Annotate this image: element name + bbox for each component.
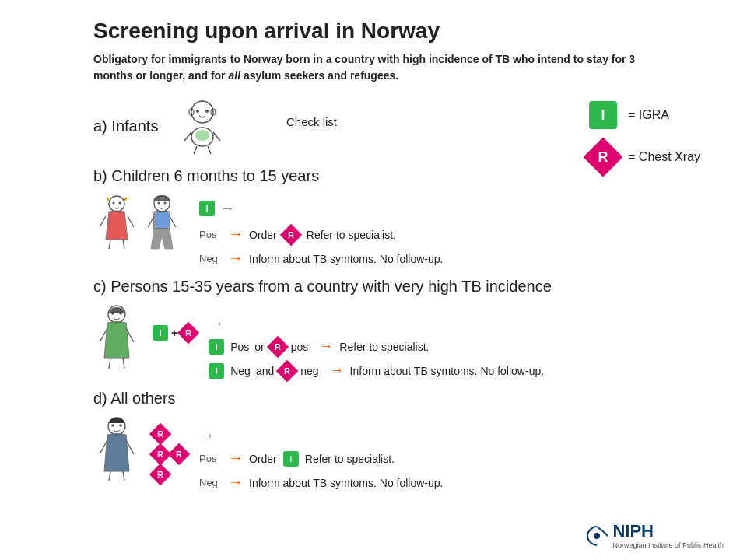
section-b-flow: I → Pos → Order R Refer to specialist. N… [199, 199, 444, 267]
svg-line-17 [123, 240, 124, 249]
c-neg-action: Inform about TB symtoms. No follow-up. [350, 365, 545, 377]
igra-inline-c2: I [209, 339, 224, 355]
d-pos-action: Order [249, 453, 277, 465]
svg-point-19 [158, 202, 160, 205]
svg-line-9 [194, 146, 197, 154]
c-badges: I + R [153, 325, 196, 341]
svg-line-23 [148, 216, 154, 227]
r-badge-c2: R [267, 335, 289, 357]
checklist-label: Check list [286, 115, 337, 128]
person-c-figure [93, 303, 140, 373]
c-and: and [256, 365, 274, 377]
igra-inline-b: I [199, 201, 215, 216]
c-neg-arrow: → [330, 362, 344, 379]
b-pos-label: Pos [199, 229, 223, 240]
svg-point-34 [119, 424, 122, 427]
svg-point-12 [113, 202, 115, 205]
svg-point-13 [119, 202, 121, 205]
svg-line-31 [123, 358, 124, 369]
svg-line-8 [213, 132, 220, 141]
igra-badge: I [589, 101, 617, 129]
b-pos-action: Order [249, 229, 277, 241]
svg-line-15 [128, 216, 134, 227]
section-c: c) Persons 15-35 years from a country wi… [93, 278, 716, 379]
section-c-flow: → I Pos or R pos → Refer to specialist. … [209, 314, 544, 379]
igra-inline-c: I [153, 325, 168, 341]
legend: I = IGRA R = Chest Xray [589, 101, 700, 171]
d-neg-label: Neg [199, 477, 223, 488]
c-pos-label: Pos [230, 341, 249, 353]
d-pos-result: Refer to specialist. [305, 453, 395, 465]
igra-inline-c3: I [209, 363, 224, 379]
svg-line-16 [109, 240, 110, 249]
c-pos-arrow: → [319, 338, 333, 355]
b-neg-line: Neg → Inform about TB symtoms. No follow… [199, 250, 444, 267]
r-badge-b-pos: R [280, 223, 302, 245]
d-pos-arrow: → [229, 450, 243, 467]
c-branch-arrow: → [209, 314, 544, 332]
c-neg-r: neg [300, 365, 318, 377]
svg-line-30 [109, 358, 110, 369]
svg-point-33 [111, 424, 114, 427]
svg-line-38 [123, 471, 124, 481]
d-pos-line: Pos → Order I Refer to specialist. [199, 450, 444, 467]
xray-badge: R [584, 138, 623, 177]
svg-point-39 [594, 533, 600, 539]
legend-igra: I = IGRA [589, 101, 700, 129]
r-badge-d3: R [168, 443, 190, 465]
subtitle: Obligatory for immigrants to Norway born… [93, 51, 669, 84]
d-pos-label: Pos [199, 453, 223, 464]
checklist-area: Check list [286, 115, 337, 128]
xray-label: = Chest Xray [628, 150, 700, 164]
b-neg-label: Neg [199, 253, 223, 264]
r-badge-c3: R [276, 359, 298, 381]
igra-inline-d: I [283, 451, 299, 467]
section-d: d) All others R [93, 390, 716, 491]
subtitle-text2: asylum seekers and refugees. [240, 69, 398, 82]
b-neg-arrow: → [229, 250, 243, 267]
r-badge-d4: R [149, 464, 171, 485]
section-d-flow: → Pos → Order I Refer to specialist. Neg… [199, 426, 444, 491]
children-figure [93, 193, 187, 255]
svg-line-37 [109, 471, 110, 481]
c-pos-action: Refer to specialist. [339, 341, 429, 353]
c-pos-r: pos [291, 341, 309, 353]
svg-line-10 [208, 146, 211, 154]
b-neg-action: Inform about TB symtoms. No follow-up. [249, 253, 444, 265]
r-badge-c: R [177, 322, 199, 344]
svg-point-6 [195, 130, 209, 141]
c-neg-label: Neg [230, 365, 251, 377]
page-title: Screening upon arrival in Norway [93, 19, 716, 44]
b-pos-arrow: → [229, 226, 243, 243]
subtitle-em: all [228, 69, 240, 82]
section-d-title: d) All others [93, 390, 716, 408]
niph-logo: NIPH Norwegian Institute of Public Healt… [586, 521, 724, 551]
svg-point-1 [196, 110, 199, 113]
niph-icon [586, 525, 608, 547]
c-or: or [254, 341, 264, 353]
svg-line-7 [184, 132, 191, 141]
infant-figure [174, 98, 232, 156]
legend-xray: R = Chest Xray [589, 143, 700, 171]
svg-point-20 [164, 202, 167, 205]
b-pos-result: Refer to specialist. [307, 229, 396, 241]
svg-rect-22 [155, 212, 169, 228]
d-badges: R R R R [153, 426, 187, 482]
person-d-figure [93, 415, 140, 485]
svg-line-14 [100, 216, 106, 227]
d-neg-line: Neg → Inform about TB symtoms. No follow… [199, 474, 444, 491]
d-branch-arrow: → [199, 426, 444, 444]
svg-point-0 [191, 101, 213, 123]
d-neg-action: Inform about TB symtoms. No follow-up. [249, 477, 444, 489]
d-neg-arrow: → [229, 474, 243, 491]
section-b: b) Children 6 months to 15 years [93, 167, 716, 267]
c-pos-line: I Pos or R pos → Refer to specialist. [209, 338, 544, 355]
r-badge-d1: R [149, 423, 171, 445]
b-pos-line: Pos → Order R Refer to specialist. [199, 226, 444, 243]
niph-name: NIPH [612, 521, 724, 541]
svg-point-2 [205, 110, 209, 113]
c-neg-line: I Neg and R neg → Inform about TB symtom… [209, 362, 544, 379]
svg-line-24 [170, 216, 176, 227]
igra-label: = IGRA [628, 108, 669, 122]
section-a-title: a) Infants [93, 117, 158, 135]
